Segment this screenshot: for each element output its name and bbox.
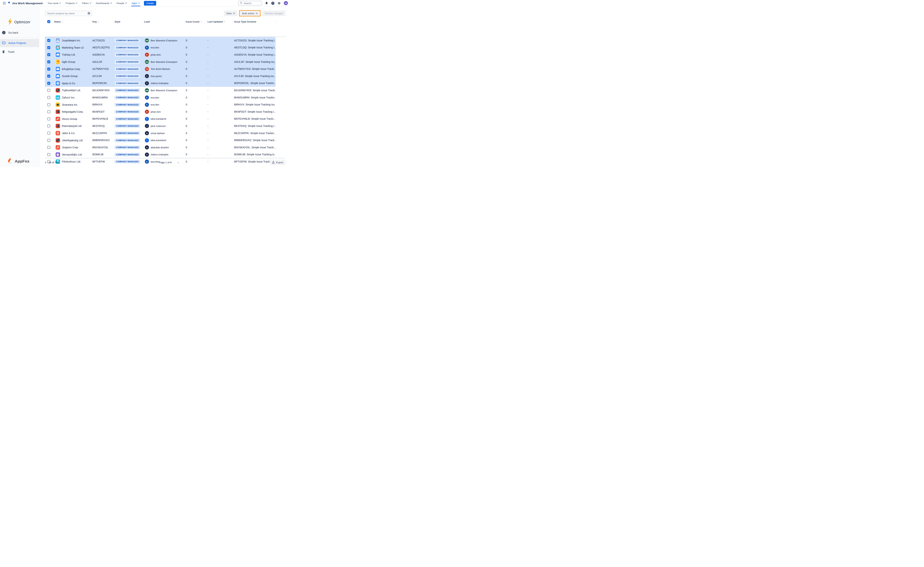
project-name[interactable]: Apoju & Co. (62, 82, 76, 85)
project-name[interactable]: Jinaceara Inc. (62, 103, 78, 106)
page-label: Page 1 of 6 (159, 161, 171, 164)
folder-icon (2, 41, 6, 45)
menu-filters[interactable]: Filters (82, 0, 91, 6)
row-checkbox[interactable] (47, 68, 50, 70)
prev-page-icon[interactable]: ← (151, 161, 154, 164)
app-switcher-icon[interactable] (2, 1, 7, 6)
project-wallet-icon (56, 102, 60, 107)
column-header-last-updated[interactable]: Last Updated (206, 20, 232, 24)
table-row[interactable]: Jebiz & Co.BKZZJHPPKCOMPANY MANAGEDOomar… (45, 130, 275, 137)
row-checkbox[interactable] (47, 89, 50, 92)
project-name[interactable]: Hovzu Group (62, 117, 77, 120)
review-changes-button[interactable]: Review changes (262, 10, 285, 16)
notifications-icon[interactable] (265, 2, 268, 5)
help-icon[interactable]: ? (271, 2, 275, 5)
row-checkbox[interactable] (47, 60, 50, 63)
project-search-input[interactable] (47, 12, 87, 15)
project-search[interactable]: × (45, 10, 92, 16)
project-name[interactable]: Agfo Group (62, 60, 75, 63)
row-checkbox[interactable] (47, 82, 50, 85)
select-all-checkbox[interactable] (47, 20, 50, 23)
export-button[interactable]: Export (270, 160, 285, 165)
last-updated: - (206, 68, 232, 70)
next-page-icon[interactable]: → (177, 161, 180, 164)
issue-count: 0 (184, 89, 206, 92)
project-name[interactable]: Tuthooj Ltd. (62, 53, 75, 56)
table-row[interactable]: Apoju & Co.BDPIORCRLCOMPANY MANAGEDZzlat… (45, 80, 275, 87)
menu-apps[interactable]: Apps (132, 0, 140, 6)
row-checkbox[interactable] (47, 75, 50, 78)
project-key: AUTMOVYGS (90, 68, 113, 70)
row-checkbox[interactable] (47, 96, 50, 99)
row-checkbox[interactable] (47, 124, 50, 128)
row-checkbox[interactable] (47, 53, 50, 56)
project-name[interactable]: Josjanro Corp. (62, 146, 79, 149)
project-lifebuoy-icon (56, 45, 60, 50)
sidebar-item-active-projects[interactable]: Active Projects (0, 39, 39, 47)
menu-dashboards[interactable]: Dashboards (96, 0, 112, 6)
table-row[interactable]: Tujifunekbel Ltd.BGJORMYROICOMPANY MANAG… (45, 87, 275, 94)
row-checkbox[interactable] (47, 46, 50, 49)
project-name[interactable]: Susiok Group (62, 75, 78, 78)
project-name[interactable]: Marketing Team v2 (62, 46, 84, 49)
project-name[interactable]: Kihujlufuw Corp. (62, 68, 81, 70)
column-header-key[interactable]: Key (90, 20, 113, 24)
table-row[interactable]: Kihujlufuw Corp.AUTMOVYGSCOMPANY MANAGED… (45, 65, 275, 73)
table-row[interactable]: Zafuczi Inc.BHWSUMRNCOMPANY MANAGEDEeva.… (45, 94, 275, 101)
column-header-name[interactable]: Name (51, 20, 90, 24)
menu-people[interactable]: People (117, 0, 127, 6)
settings-gear-icon[interactable] (278, 2, 281, 5)
table-row[interactable]: Juupobejani Inc.ACTDGZGCOMPANY MANAGEDBW… (45, 37, 275, 44)
clear-search-icon[interactable]: × (87, 12, 90, 15)
table-row[interactable]: Nelgutagaful Corp.BKNPDDTCOMPANY MANAGED… (45, 108, 275, 116)
lead-avatar: Z (145, 81, 149, 86)
project-record-icon (56, 138, 60, 142)
jira-logo[interactable]: Jira Work Management (8, 1, 43, 5)
lead-avatar: BW (145, 60, 149, 64)
table-row[interactable]: Marketing Team v2AEOTLOQTFGCOMPANY MANAG… (45, 44, 275, 51)
sidebar-item-trash[interactable]: Trash (0, 48, 39, 56)
table-row[interactable]: Jinaceara Inc.BIRKIVXCOMPANY MANAGEDEeva… (45, 101, 275, 108)
create-button[interactable]: Create (144, 1, 156, 6)
table-row[interactable]: Etamubazjod Ltd.BKSTRXQCOMPANY MANAGEDJj… (45, 123, 275, 130)
project-name[interactable]: Tujifunekbel Ltd. (62, 89, 81, 92)
table-row[interactable]: Josjanro Corp.BNVSKAYOILCOMPANY MANAGEDA… (45, 144, 275, 151)
table-row[interactable]: Vensazofojku Ltd.BOMKUBCOMPANY MANAGEDZz… (45, 151, 275, 158)
row-checkbox[interactable] (47, 117, 50, 120)
project-name[interactable]: Jebiz & Co. (62, 132, 75, 135)
table-row[interactable]: Tuthooj Ltd.ASOEGYACOMPANY MANAGEDPphan.… (45, 51, 275, 58)
last-updated: - (206, 117, 232, 120)
table-row[interactable]: Uletefojakukig Ltd.BMBNFBSVKZCOMPANY MAN… (45, 136, 275, 144)
column-header-issue-count[interactable]: Issue Count (184, 20, 206, 24)
project-name[interactable]: Juupobejani Inc. (62, 39, 81, 42)
go-back-button[interactable]: ← Go back (2, 31, 18, 34)
row-checkbox[interactable] (47, 132, 50, 135)
issue-type-scheme: BDPIORCRL: Simple Issue Trackin... (232, 82, 275, 85)
row-checkbox[interactable] (47, 110, 50, 113)
project-name[interactable]: Zafuczi Inc. (62, 96, 75, 99)
project-name[interactable]: Uletefojakukig Ltd. (62, 139, 83, 142)
table-row[interactable]: Agfo GroupASULSFCOMPANY MANAGEDBWBen War… (45, 58, 275, 66)
project-name[interactable]: Vensazofojku Ltd. (62, 153, 83, 156)
row-checkbox[interactable] (47, 139, 50, 142)
lead-name: zlatica.chalupka (150, 82, 168, 85)
row-checkbox[interactable] (47, 103, 50, 106)
view-button[interactable]: View (224, 10, 237, 16)
jira-mark-icon (8, 1, 11, 5)
project-name[interactable]: Nelgutagaful Corp. (62, 110, 84, 113)
last-updated: - (206, 153, 232, 156)
menu-your-work[interactable]: Your work (48, 0, 61, 6)
bulk-action-button[interactable]: Bulk action (239, 10, 261, 16)
table-row[interactable]: Susiok GroupAYLFJRCOMPANY MANAGEDFfran.p… (45, 73, 275, 80)
project-name[interactable]: Etamubazjod Ltd. (62, 124, 82, 128)
global-search-input[interactable] (243, 2, 260, 5)
row-checkbox[interactable] (47, 153, 50, 156)
row-checkbox[interactable] (47, 146, 50, 149)
lead-name: Ben Warwick-Champion (150, 39, 177, 42)
global-search[interactable] (238, 1, 262, 5)
row-checkbox[interactable] (47, 39, 50, 42)
issue-type-scheme: AYLFJR: Simple Issue Tracking Iss... (232, 75, 275, 78)
table-row[interactable]: Hovzu GroupBKPGVHNLBCOMPANY MANAGEDTtaha… (45, 116, 275, 123)
user-avatar[interactable]: JR (284, 1, 288, 5)
menu-projects[interactable]: Projects (66, 0, 77, 6)
